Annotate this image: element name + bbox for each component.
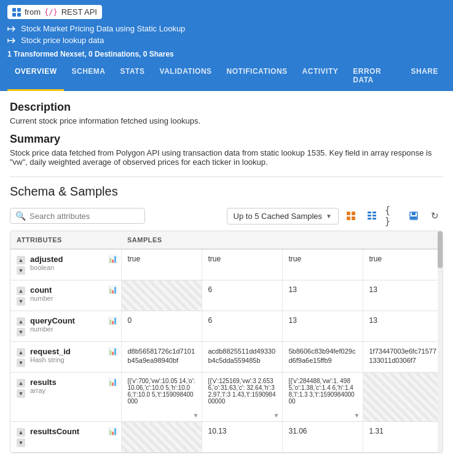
stats-text: 1 Transformed Nexset, 0 Destinations, 0 … xyxy=(7,50,174,58)
row-expand-down[interactable]: ▼ xyxy=(17,266,25,275)
schema-table-wrapper: ATTRIBUTES SAMPLES ▲ ▼ adjusted xyxy=(10,231,443,453)
svg-rect-6 xyxy=(368,212,371,213)
parent-nexset-label: Stock Market Pricing Data using Static L… xyxy=(21,24,185,33)
sample-cell-empty xyxy=(121,280,202,311)
breadcrumb-chip[interactable]: from {/} REST API xyxy=(7,5,102,19)
svg-rect-5 xyxy=(352,216,355,220)
json-view-button[interactable]: { } xyxy=(384,207,401,224)
scroll-down-indicator: ▼ xyxy=(193,412,199,419)
tabs-bar: OVERVIEW SCHEMA STATS VALIDATIONS NOTIFI… xyxy=(0,61,453,91)
sample-cell: 13 xyxy=(282,280,363,311)
row-expand-down[interactable]: ▼ xyxy=(17,297,25,306)
table-row: ▲ ▼ results array 📊 [{'v':700,'vw':10.05… xyxy=(10,373,443,422)
attr-type: boolean xyxy=(30,264,63,271)
row-expand-up[interactable]: ▲ xyxy=(17,348,25,357)
attr-name: queryCount xyxy=(30,316,75,325)
attr-cell-adjusted: ▲ ▼ adjusted boolean 📊 xyxy=(10,249,121,280)
attr-name: adjusted xyxy=(30,255,63,264)
sample-cell: 13 xyxy=(363,311,443,342)
attr-type: number xyxy=(30,295,53,302)
sample-cell: d8b56581726c1d7101b45a9ea98940bf xyxy=(121,342,202,373)
tab-stats[interactable]: STATS xyxy=(112,61,152,91)
row-expand-up[interactable]: ▲ xyxy=(17,287,25,295)
breadcrumb-row: from {/} REST API xyxy=(7,5,446,19)
tab-notifications[interactable]: NOTIFICATIONS xyxy=(219,61,295,91)
toolbar-right: Up to 5 Cached Samples ▼ xyxy=(227,207,443,224)
sample-cell: [{'v':125169,'vw':3 2.6536,'o':31.63,'c'… xyxy=(202,373,282,422)
attr-cell-resultscount: ▲ ▼ resultsCount 📊 xyxy=(10,422,121,453)
tab-share[interactable]: SHARE xyxy=(403,61,446,91)
svg-rect-13 xyxy=(412,212,416,215)
stats-row: 1 Transformed Nexset, 0 Destinations, 0 … xyxy=(7,47,446,61)
row-expand-down[interactable]: ▼ xyxy=(17,438,25,447)
attr-name: results xyxy=(30,378,57,387)
tab-schema[interactable]: SCHEMA xyxy=(64,61,112,91)
row-expand-up[interactable]: ▲ xyxy=(17,379,25,387)
summary-title: Summary xyxy=(10,133,443,146)
scroll-down-indicator: ▼ xyxy=(274,412,280,419)
row-expand-up[interactable]: ▲ xyxy=(17,256,25,264)
sample-cell: 13 xyxy=(282,311,363,342)
sample-cell-empty xyxy=(121,422,202,453)
row-expand-down[interactable]: ▼ xyxy=(17,328,25,336)
link-current-nexset[interactable]: Stock price lookup data xyxy=(7,36,446,45)
row-expand-down[interactable]: ▼ xyxy=(17,389,25,398)
chart-icon[interactable]: 📊 xyxy=(108,378,117,386)
grid-view-button[interactable] xyxy=(342,207,360,224)
refresh-button[interactable]: ↻ xyxy=(426,207,443,224)
attr-type: array xyxy=(30,387,57,394)
search-icon: 🔍 xyxy=(15,211,26,221)
tab-error-data[interactable]: ERROR DATA xyxy=(345,61,403,91)
arrow-right-icon-2 xyxy=(7,36,17,45)
attr-name: resultsCount xyxy=(30,427,79,436)
chip-suffix: REST API xyxy=(61,7,97,17)
svg-rect-2 xyxy=(347,212,350,215)
sample-cell: true xyxy=(202,249,282,280)
scrollbar-track[interactable] xyxy=(438,231,443,453)
sample-cell: 1f73447003e6fc71577133011d0306f7 xyxy=(363,342,443,373)
attr-cell-querycount: ▲ ▼ queryCount number 📊 xyxy=(10,311,121,342)
table-row: ▲ ▼ adjusted boolean 📊 true true true xyxy=(10,249,443,280)
table-row: ▲ ▼ request_id Hash string 📊 d8b56581726… xyxy=(10,342,443,373)
samples-dropdown[interactable]: Up to 5 Cached Samples ▼ xyxy=(227,208,339,224)
sample-cell: [{'v':284488,'vw':1. 4985,'o':1.38,'c':1… xyxy=(282,373,363,422)
svg-rect-14 xyxy=(411,216,417,219)
search-input[interactable] xyxy=(30,212,140,221)
row-expand-up[interactable]: ▲ xyxy=(17,428,25,437)
row-expand-down[interactable]: ▼ xyxy=(17,359,25,367)
table-row: ▲ ▼ resultsCount 📊 10.13 31.06 1.31 xyxy=(10,422,443,453)
table-view-icon xyxy=(367,211,377,221)
sample-cell: 6 xyxy=(202,280,282,311)
save-button[interactable] xyxy=(405,207,422,224)
chart-icon[interactable]: 📊 xyxy=(108,347,117,355)
grid-orange-icon xyxy=(346,211,356,221)
attr-cell-count: ▲ ▼ count number 📊 xyxy=(10,280,121,311)
svg-rect-7 xyxy=(372,212,376,213)
tab-validations[interactable]: VALIDATIONS xyxy=(152,61,219,91)
chart-icon[interactable]: 📊 xyxy=(108,427,117,435)
attr-type: number xyxy=(30,325,75,333)
search-box: 🔍 xyxy=(10,208,145,224)
description-title: Description xyxy=(10,101,443,114)
sample-cell-empty xyxy=(363,373,443,422)
attr-cell-results: ▲ ▼ results array 📊 xyxy=(10,373,121,422)
content-area: Description Current stock price informat… xyxy=(0,91,453,453)
schema-toolbar: 🔍 Up to 5 Cached Samples ▼ xyxy=(10,207,443,224)
table-view-button[interactable] xyxy=(363,207,380,224)
chart-icon[interactable]: 📊 xyxy=(108,316,117,325)
sample-cell: 13 xyxy=(363,280,443,311)
row-expand-up[interactable]: ▲ xyxy=(17,317,25,326)
chart-icon[interactable]: 📊 xyxy=(108,285,117,294)
sample-cell: 5b8606c83b94fef029cd6f9a6e15ffb9 xyxy=(282,342,363,373)
summary-text: Stock price data fetched from Polygon AP… xyxy=(10,148,443,167)
table-row: ▲ ▼ queryCount number 📊 0 6 13 xyxy=(10,311,443,342)
link-parent-nexset[interactable]: Stock Market Pricing Data using Static L… xyxy=(7,24,446,33)
scroll-down-indicator: ▼ xyxy=(354,412,360,419)
chart-icon[interactable]: 📊 xyxy=(108,255,117,263)
sample-cell: 1.31 xyxy=(363,422,443,453)
grid-icon xyxy=(12,8,21,17)
scrollbar-thumb[interactable] xyxy=(438,231,443,268)
schema-section-title: Schema & Samples xyxy=(10,184,443,199)
tab-activity[interactable]: ACTIVITY xyxy=(295,61,346,91)
tab-overview[interactable]: OVERVIEW xyxy=(7,61,64,91)
